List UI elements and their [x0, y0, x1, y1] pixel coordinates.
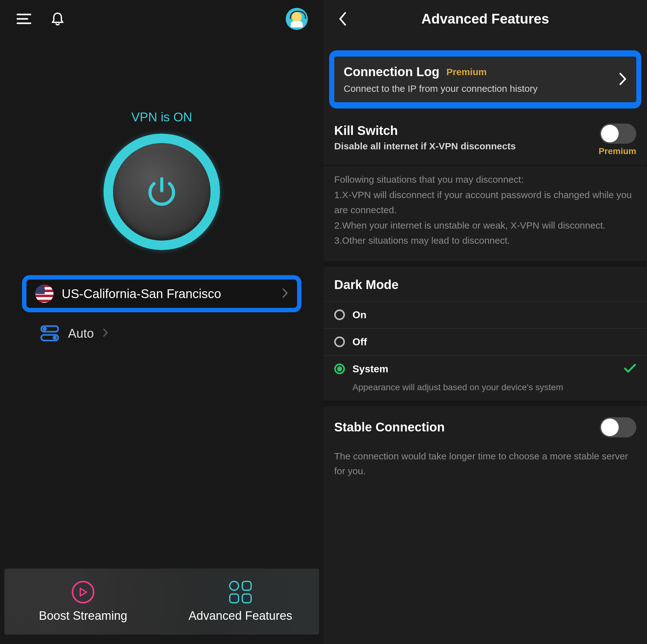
radio-icon — [334, 309, 345, 320]
dark-mode-on[interactable]: On — [324, 301, 647, 328]
avatar[interactable] — [286, 8, 308, 30]
connection-log-highlight: Connection Log Premium Connect to the IP… — [329, 50, 641, 108]
radio-icon — [334, 364, 345, 374]
play-icon — [72, 581, 94, 603]
chevron-right-icon — [282, 288, 288, 300]
advanced-features-card[interactable]: Advanced Features — [162, 569, 319, 635]
stable-connection-toggle[interactable] — [600, 417, 636, 437]
bottom-feature-cards: Boost Streaming Advanced Features — [4, 569, 319, 635]
protocol-label: Auto — [68, 326, 94, 340]
kill-switch-subtitle: Disable all internet if X-VPN disconnect… — [334, 141, 516, 152]
premium-badge: Premium — [598, 146, 636, 156]
svg-point-6 — [54, 336, 56, 339]
boost-streaming-card[interactable]: Boost Streaming — [4, 569, 162, 635]
kill-switch-toggle[interactable] — [600, 124, 636, 144]
us-flag-icon — [35, 285, 54, 303]
server-name: US-California-San Francisco — [62, 287, 282, 301]
connection-log-subtitle: Connect to the IP from your connection h… — [344, 83, 619, 94]
server-selector-highlight: US-California-San Francisco — [22, 275, 301, 312]
dark-mode-off[interactable]: Off — [324, 328, 647, 355]
stable-connection-section: Stable Connection — [324, 406, 647, 446]
dark-mode-title: Dark Mode — [334, 278, 636, 292]
kill-switch-info: Following situations that you may discon… — [324, 166, 647, 267]
dark-mode-section: Dark Mode On Off System Appearanc — [324, 267, 647, 401]
radio-icon — [334, 336, 345, 347]
kill-switch-title: Kill Switch — [334, 124, 516, 138]
dark-mode-system-subtitle: Appearance will adjust based on your dev… — [324, 382, 647, 401]
page-title: Advanced Features — [333, 11, 638, 27]
chevron-right-icon — [619, 72, 627, 87]
svg-point-4 — [44, 328, 46, 330]
connection-log-row[interactable]: Connection Log Premium Connect to the IP… — [334, 57, 636, 102]
dark-mode-system[interactable]: System — [324, 355, 647, 382]
stable-connection-title: Stable Connection — [334, 420, 445, 434]
header: Advanced Features — [324, 0, 647, 38]
connect-button[interactable] — [103, 134, 220, 250]
advanced-features-screen: Advanced Features Connection Log Premium… — [324, 0, 647, 644]
power-icon — [144, 174, 179, 209]
grid-icon — [229, 581, 252, 603]
premium-badge: Premium — [446, 67, 487, 77]
stable-connection-info: The connection would take longer time to… — [324, 446, 647, 491]
protocol-icon — [40, 325, 59, 342]
advanced-features-label: Advanced Features — [189, 609, 292, 623]
top-bar — [0, 0, 324, 38]
kill-switch-section: Kill Switch Disable all internet if X-VP… — [324, 115, 647, 166]
menu-icon[interactable] — [16, 11, 32, 27]
chevron-right-icon — [102, 328, 108, 339]
notifications-icon[interactable] — [50, 11, 66, 27]
check-icon — [624, 363, 636, 375]
main-screen: VPN is ON US-California-San Francisco Au — [0, 0, 324, 644]
protocol-selector[interactable]: Auto — [40, 325, 324, 342]
connection-log-title: Connection Log — [344, 65, 439, 79]
vpn-status: VPN is ON — [0, 110, 324, 124]
boost-streaming-label: Boost Streaming — [39, 609, 128, 623]
server-selector[interactable]: US-California-San Francisco — [26, 279, 297, 308]
